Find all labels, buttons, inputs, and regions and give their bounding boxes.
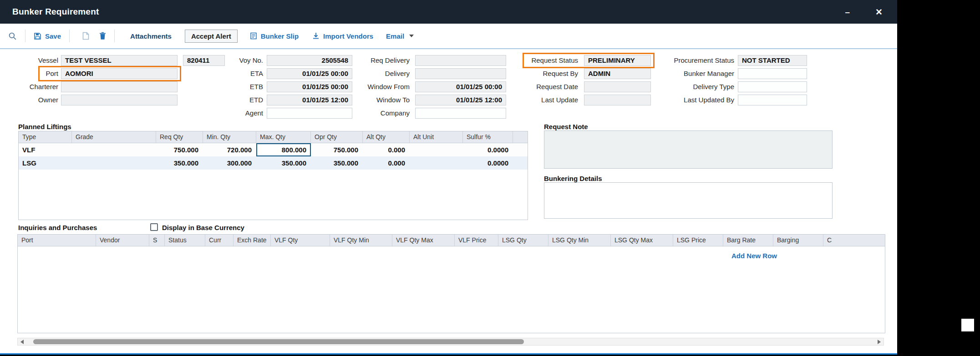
- scrollbar-thumb[interactable]: [33, 339, 524, 344]
- request-by-label: Request By: [512, 68, 578, 79]
- scroll-right-icon[interactable]: [878, 340, 881, 344]
- column-header-curr[interactable]: Curr: [205, 235, 234, 246]
- owner-field[interactable]: [61, 95, 178, 105]
- column-header-min-qty[interactable]: Min. Qty: [203, 131, 256, 143]
- column-header-vlf-price[interactable]: VLF Price: [455, 235, 498, 246]
- cell-opr-qty[interactable]: 750.000: [311, 143, 363, 156]
- cell-min-qty[interactable]: 300.000: [203, 156, 256, 170]
- column-header-grade[interactable]: Grade: [72, 131, 156, 143]
- voy-no-label: Voy No.: [196, 55, 263, 66]
- column-header-partial[interactable]: C: [823, 235, 885, 246]
- port-field[interactable]: AOMORI: [61, 68, 178, 79]
- column-header-sulfur[interactable]: Sulfur %: [463, 131, 513, 143]
- charterer-field[interactable]: [61, 81, 178, 92]
- add-new-row-link[interactable]: Add New Row: [731, 252, 777, 260]
- cell-max-qty[interactable]: 350.000: [256, 156, 311, 170]
- cell-req-qty[interactable]: 350.000: [156, 156, 203, 170]
- delivery-type-field[interactable]: [738, 81, 807, 92]
- procurement-status-field[interactable]: NOT STARTED: [738, 55, 807, 66]
- req-delivery-field[interactable]: [415, 55, 506, 66]
- scroll-left-icon[interactable]: [20, 340, 24, 344]
- cell-sulfur[interactable]: 0.0000: [463, 143, 513, 156]
- request-note-title: Request Note: [544, 123, 588, 130]
- new-document-button[interactable]: [78, 29, 93, 43]
- column-header-lsg-qty[interactable]: LSG Qty: [498, 235, 548, 246]
- window-to-field[interactable]: 01/01/25 12:00: [415, 95, 506, 105]
- display-base-currency-checkbox[interactable]: [150, 223, 158, 231]
- column-header-max-qty[interactable]: Max. Qty: [256, 131, 311, 143]
- column-header-barging[interactable]: Barging: [773, 235, 823, 246]
- cell-grade[interactable]: [72, 143, 156, 156]
- cell-sulfur[interactable]: 0.0000: [463, 156, 513, 170]
- cell-min-qty[interactable]: 720.000: [203, 143, 256, 156]
- column-header-vlf-qty-min[interactable]: VLF Qty Min: [330, 235, 392, 246]
- bunkering-details-textarea[interactable]: [544, 182, 833, 219]
- column-header-barg-rate[interactable]: Barg Rate: [723, 235, 773, 246]
- column-header-opr-qty[interactable]: Opr Qty: [311, 131, 363, 143]
- last-updated-by-field[interactable]: [738, 95, 807, 105]
- request-status-field[interactable]: PRELIMINARY: [584, 55, 651, 66]
- column-header-lsg-qty-max[interactable]: LSG Qty Max: [611, 235, 673, 246]
- cell-opr-qty[interactable]: 350.000: [311, 156, 363, 170]
- import-vendors-button[interactable]: Import Vendors: [308, 30, 377, 43]
- cell-alt-unit[interactable]: [410, 143, 463, 156]
- column-header-lsg-qty-min[interactable]: LSG Qty Min: [548, 235, 611, 246]
- request-by-field[interactable]: ADMIN: [584, 68, 651, 79]
- email-button[interactable]: Email: [382, 30, 418, 43]
- company-field[interactable]: [415, 108, 506, 119]
- column-header-lsg-price[interactable]: LSG Price: [673, 235, 723, 246]
- cell-grade[interactable]: [72, 156, 156, 170]
- column-header-status[interactable]: Status: [165, 235, 205, 246]
- attachments-label: Attachments: [130, 32, 172, 40]
- bunker-manager-field[interactable]: [738, 68, 807, 79]
- delivery-field[interactable]: [415, 68, 506, 79]
- column-header-vlf-qty-max[interactable]: VLF Qty Max: [392, 235, 455, 246]
- cell-max-qty-selected[interactable]: 800.000: [256, 143, 311, 156]
- eta-label: ETA: [196, 68, 263, 79]
- toolbar-separator: [25, 30, 25, 42]
- delivery-label: Delivery: [339, 68, 410, 79]
- cell-alt-qty[interactable]: 0.000: [363, 143, 410, 156]
- vessel-label: Vessel: [13, 55, 58, 66]
- cell-alt-qty[interactable]: 0.000: [363, 156, 410, 170]
- email-label: Email: [386, 32, 404, 40]
- column-header-vendor[interactable]: Vendor: [96, 235, 149, 246]
- column-header-exch-rate[interactable]: Exch Rate: [234, 235, 271, 246]
- request-date-field[interactable]: [584, 81, 651, 92]
- horizontal-scrollbar[interactable]: [17, 338, 884, 346]
- titlebar: Bunker Requirement – ✕: [0, 0, 897, 24]
- accept-alert-button[interactable]: Accept Alert: [185, 30, 238, 43]
- cell-req-qty[interactable]: 750.000: [156, 143, 203, 156]
- last-update-field[interactable]: [584, 95, 651, 105]
- delete-button[interactable]: [95, 29, 110, 43]
- column-header-type[interactable]: Type: [19, 131, 72, 143]
- column-header-req-qty[interactable]: Req Qty: [156, 131, 203, 143]
- cell-type[interactable]: LSG: [19, 156, 72, 170]
- column-header-alt-unit[interactable]: Alt Unit: [410, 131, 463, 143]
- search-button[interactable]: [6, 29, 21, 43]
- vessel-field[interactable]: TEST VESSEL: [61, 55, 178, 66]
- close-button[interactable]: ✕: [875, 8, 883, 16]
- inquiries-header: Port Vendor S Status Curr Exch Rate VLF …: [18, 235, 885, 246]
- column-header-alt-qty[interactable]: Alt Qty: [363, 131, 410, 143]
- window-to-label: Window To: [339, 95, 410, 105]
- bunker-slip-button[interactable]: Bunker Slip: [246, 30, 303, 43]
- minimize-button[interactable]: –: [845, 8, 850, 16]
- cell-alt-unit[interactable]: [410, 156, 463, 170]
- window-title: Bunker Requirement: [12, 7, 99, 17]
- charterer-label: Charterer: [13, 81, 58, 92]
- column-header-s[interactable]: S: [149, 235, 165, 246]
- request-note-textarea[interactable]: [544, 130, 833, 169]
- window-controls: – ✕: [845, 8, 883, 16]
- search-icon: [8, 32, 17, 40]
- toolbar: Save Attachments Accept Alert Bunker Sli…: [0, 24, 897, 49]
- attachments-button[interactable]: Attachments: [126, 30, 176, 43]
- save-button[interactable]: Save: [30, 30, 65, 43]
- column-header-vlf-qty[interactable]: VLF Qty: [271, 235, 330, 246]
- window-from-field[interactable]: 01/01/25 00:00: [415, 81, 506, 92]
- cell-type[interactable]: VLF: [19, 143, 72, 156]
- chevron-down-icon: [409, 35, 414, 37]
- column-header-filler: [513, 131, 528, 143]
- column-header-port[interactable]: Port: [18, 235, 96, 246]
- window-from-label: Window From: [339, 81, 410, 92]
